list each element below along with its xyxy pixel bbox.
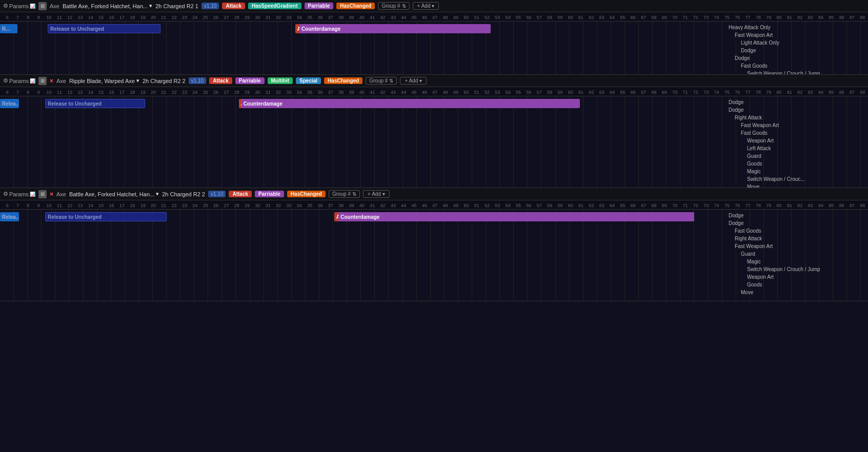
ruler-tick: 23 xyxy=(179,90,190,95)
params-button-2[interactable]: ⚙ Params 📊 xyxy=(3,191,35,197)
timeline-block-release_uncharged-2[interactable]: Release to Uncharged xyxy=(48,24,160,33)
add-dropdown-icon: ▾ xyxy=(432,3,434,9)
timeline-block-counterdamage-3[interactable]: Counterdamage xyxy=(299,24,490,33)
timeline-block-release-2[interactable]: Relea... xyxy=(0,99,19,108)
ruler-tick: 14 xyxy=(86,203,96,208)
group-button-0[interactable]: Group # ⇅ xyxy=(378,2,409,10)
ruler-tick: 30 xyxy=(252,90,263,95)
close-button-1[interactable]: × xyxy=(50,77,53,85)
tag-haschanged[interactable]: HasChanged xyxy=(336,3,375,9)
weapon-type-1: Axe xyxy=(56,78,66,84)
ruler-tick: 15 xyxy=(96,15,106,20)
ruler-tick: 68 xyxy=(649,203,659,208)
ruler-tick: 45 xyxy=(409,90,419,95)
ruler-tick: 85 xyxy=(826,15,836,20)
chart-icon: 📊 xyxy=(30,192,35,197)
ruler-tick: 8 xyxy=(23,15,33,20)
tree-area-0: Heavy Attack OnlyFast Weapon ArtLight At… xyxy=(724,22,868,74)
ruler-tick: 59 xyxy=(555,90,565,95)
timeline-block-release-1[interactable]: R... xyxy=(0,24,17,33)
add-button-2[interactable]: + Add ▾ xyxy=(363,190,390,198)
row-section-0: ⚙ Params 📊 ⊞ Axe Battle Axe, Forked Hatc… xyxy=(0,0,868,75)
ruler-tick: 13 xyxy=(75,203,85,208)
ruler-tick: 45 xyxy=(409,203,419,208)
ruler-tick: 20 xyxy=(148,15,158,20)
timeline-block-counterdamage-4[interactable]: Counterdamage xyxy=(241,99,580,108)
tree-item: Fast Goods xyxy=(729,62,864,70)
tag-attack[interactable]: Attack xyxy=(222,3,245,9)
timeline-block-release_uncharged-2[interactable]: Release to Uncharged xyxy=(45,212,167,221)
timeline-block-counterdamage-3[interactable]: Counterdamage xyxy=(338,212,694,221)
tag-parriable[interactable]: Parriable xyxy=(305,3,334,9)
tree-item: Move xyxy=(729,183,864,188)
ruler-tick: 35 xyxy=(305,15,315,20)
weapon-name-2[interactable]: Battle Axe, Forked Hatchet, Han... ▾ xyxy=(69,191,159,197)
params-button-0[interactable]: ⚙ Params 📊 xyxy=(3,3,35,9)
ruler-tick: 26 xyxy=(211,15,221,20)
tree-item: Guard xyxy=(729,152,864,160)
ruler-tick: 70 xyxy=(670,90,680,95)
tag-haschanged[interactable]: HasChanged xyxy=(324,77,362,84)
ruler-tick: 29 xyxy=(242,90,252,95)
ruler-tick: 29 xyxy=(242,203,252,208)
tree-item: Switch Weapon / Crouch / Jump xyxy=(729,70,864,74)
weapon-name-1[interactable]: Ripple Blade, Warped Axe ▾ xyxy=(69,77,139,84)
tree-item: Switch Weapon / Crouc... xyxy=(729,175,864,183)
add-button-0[interactable]: + Add ▾ xyxy=(413,2,439,10)
ruler-tick: 86 xyxy=(837,90,847,95)
ruler-tick: 69 xyxy=(659,203,670,208)
ruler-tick: 24 xyxy=(190,15,200,20)
group-button-2[interactable]: Group # ⇅ xyxy=(329,190,360,198)
ruler-tick: 40 xyxy=(357,90,367,95)
ruler-tick: 21 xyxy=(158,203,169,208)
ruler-tick: 52 xyxy=(482,15,492,20)
ruler-tick: 66 xyxy=(628,90,638,95)
ruler-tick: 73 xyxy=(701,90,711,95)
tag-attack[interactable]: Attack xyxy=(229,191,252,197)
ruler-tick: 50 xyxy=(461,90,471,95)
ruler-tick: 58 xyxy=(544,15,555,20)
grid-icon-2[interactable]: ⊞ xyxy=(38,190,47,198)
close-button-2[interactable]: × xyxy=(50,191,53,198)
ruler-tick: 38 xyxy=(336,203,346,208)
tree-item: Weapon Art xyxy=(729,273,864,281)
tag-attack[interactable]: Attack xyxy=(209,77,232,84)
group-button-1[interactable]: Group # ⇅ xyxy=(366,77,397,85)
tree-item: Dodge xyxy=(729,98,864,106)
group-sort-icon: ⇅ xyxy=(352,191,356,197)
ruler-tick: 30 xyxy=(252,203,263,208)
ruler-tick: 33 xyxy=(284,203,294,208)
ruler-tick: 33 xyxy=(284,90,294,95)
tag-haschanged[interactable]: HasChanged xyxy=(287,191,326,197)
timeline-block-release-1[interactable]: Relea... xyxy=(0,212,19,221)
ruler-tick: 8 xyxy=(23,203,33,208)
tag-hasspeedgradient[interactable]: HasSpeedGradient xyxy=(248,3,301,9)
ruler-tick: 46 xyxy=(419,15,430,20)
ruler-tick: 43 xyxy=(388,15,398,20)
ruler-tick: 46 xyxy=(419,90,430,95)
add-button-1[interactable]: + Add ▾ xyxy=(400,77,427,85)
ruler-tick: 59 xyxy=(555,15,565,20)
ruler-tick: 36 xyxy=(315,90,325,95)
grid-icon-0[interactable]: ⊞ xyxy=(38,2,47,10)
timeline-area-0: AttackR...Release to UnchargedCounterdam… xyxy=(0,22,868,74)
tag-special[interactable]: Special xyxy=(296,77,321,84)
ruler-tick: 79 xyxy=(763,90,774,95)
tag-multihit[interactable]: Multihit xyxy=(268,77,293,84)
tag-parriable[interactable]: Parriable xyxy=(235,77,265,84)
ruler-tick: 21 xyxy=(158,15,169,20)
ruler-tick: 78 xyxy=(753,15,763,20)
ruler-tick: 37 xyxy=(326,15,336,20)
ruler-tick: 47 xyxy=(430,90,440,95)
ruler-tick: 43 xyxy=(388,90,398,95)
tag-parriable[interactable]: Parriable xyxy=(255,191,284,197)
ruler-tick: 48 xyxy=(440,203,450,208)
timeline-block-release_uncharged-3[interactable]: Release to Uncharged xyxy=(45,99,145,108)
ruler-tick: 19 xyxy=(137,15,148,20)
group-sort-icon: ⇅ xyxy=(402,3,406,9)
grid-icon-1[interactable]: ⊞ xyxy=(38,77,47,85)
ruler-tick: 54 xyxy=(503,90,513,95)
ruler-tick: 56 xyxy=(523,90,534,95)
params-button-1[interactable]: ⚙ Params 📊 xyxy=(3,77,35,84)
weapon-name-0[interactable]: Battle Axe, Forked Hatchet, Han... ▾ xyxy=(63,3,152,9)
